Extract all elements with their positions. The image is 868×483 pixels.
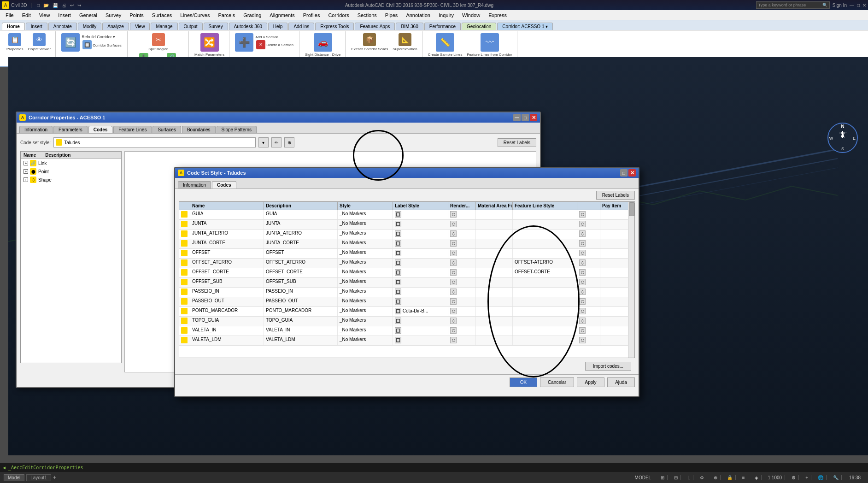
cancelar-btn[interactable]: Cancelar	[540, 377, 574, 387]
table-row[interactable]: PONTO_MARCADOR PONTO_MARCADOR _No Marker…	[179, 307, 634, 317]
status-grid[interactable]: ⊞	[658, 475, 668, 480]
scroll-thumb-top[interactable]	[629, 202, 634, 216]
ajuda-btn[interactable]: Ajuda	[607, 377, 635, 387]
row-fl-btn[interactable]: ⬡	[577, 210, 600, 219]
code-set-close-btn[interactable]: ✕	[628, 169, 636, 177]
corridor-dialog-close[interactable]: ✕	[530, 114, 537, 121]
menu-alignments[interactable]: Alignments	[266, 12, 298, 19]
create-sample-lines-btn[interactable]: 📏 Create Sample Lines	[426, 32, 464, 58]
status-lock[interactable]: 🔒	[724, 475, 736, 480]
corridor-surfaces-btn[interactable]: 🔲 Corridor Surfaces	[82, 39, 123, 51]
tab-modify[interactable]: Modify	[78, 23, 101, 30]
code-set-tab-information[interactable]: Information	[178, 181, 211, 188]
style-dropdown-btn[interactable]: ▾	[258, 137, 269, 147]
sight-distance-btn[interactable]: 🚗 Sight Distance - Drive	[303, 32, 342, 58]
tree-item-link[interactable]: + 🔗 Link	[21, 159, 121, 167]
tab-help[interactable]: Help	[268, 23, 288, 30]
close-btn[interactable]: ✕	[862, 3, 866, 8]
tab-view[interactable]: View	[130, 23, 150, 30]
menu-edit[interactable]: Edit	[18, 12, 35, 19]
status-scale[interactable]: 1:1000	[765, 475, 786, 480]
menu-corridors[interactable]: Corridors	[324, 12, 352, 19]
row-fl-btn[interactable]: ⬡	[577, 239, 600, 248]
style-pick-btn[interactable]: ⊕	[284, 137, 294, 147]
code-set-dialog-controls[interactable]: □ ✕	[620, 169, 636, 177]
maximize-btn[interactable]: □	[857, 3, 860, 8]
save-btn[interactable]: 💾	[51, 3, 59, 8]
corridor-dialog-maximize[interactable]: □	[522, 114, 529, 121]
menu-general[interactable]: General	[76, 12, 101, 19]
delete-section-btn[interactable]: ✕ Delete a Section	[255, 39, 294, 51]
menu-surfaces[interactable]: Surfaces	[148, 12, 176, 19]
table-row[interactable]: JUNTA JUNTA _No Markers 🔲 ⬡ ⬡ 🔲	[179, 220, 634, 230]
menu-window[interactable]: Window	[458, 12, 484, 19]
properties-btn[interactable]: 📋 Properties	[5, 32, 25, 52]
menu-view[interactable]: View	[35, 12, 54, 19]
tab-geolocation[interactable]: Geolocation	[462, 23, 496, 30]
menu-sections[interactable]: Sections	[354, 12, 381, 19]
tab-survey[interactable]: Survey	[204, 23, 228, 30]
code-set-reset-labels-btn[interactable]: Reset Labels	[596, 191, 635, 200]
status-plus[interactable]: +	[803, 475, 811, 480]
model-tab[interactable]: Model	[4, 474, 24, 481]
menu-grading[interactable]: Grading	[240, 12, 265, 19]
status-globe[interactable]: 🌐	[815, 475, 827, 480]
tab-output[interactable]: Output	[179, 23, 203, 30]
row-fl-btn[interactable]: ⬡	[577, 220, 600, 229]
table-row[interactable]: OFFSET OFFSET _No Markers 🔲 ⬡ ⬡ 🔲	[179, 249, 634, 259]
layout1-tab[interactable]: Layout1	[26, 474, 51, 481]
tab-autodesk360[interactable]: Autodesk 360	[229, 23, 267, 30]
menu-pipes[interactable]: Pipes	[381, 12, 402, 19]
ok-btn[interactable]: OK	[510, 377, 537, 387]
menu-parcels[interactable]: Parcels	[214, 12, 239, 19]
row-fl-btn[interactable]: ⬡	[577, 336, 600, 345]
tab-surfaces[interactable]: Surfaces	[152, 126, 181, 133]
code-set-style-input[interactable]: Taludes	[53, 137, 256, 147]
row-fl-btn[interactable]: ⬡	[577, 259, 600, 268]
row-fl-btn[interactable]: ⬡	[577, 268, 600, 277]
add-section-btn[interactable]: ➕ Add a Section ✕ Delete a Section	[233, 32, 296, 53]
new-btn[interactable]: □	[35, 3, 41, 8]
add-layout-btn[interactable]: +	[53, 474, 56, 481]
tree-expand-shape[interactable]: +	[23, 177, 28, 182]
tab-boundaries[interactable]: Boundaries	[182, 126, 216, 133]
tree-item-point[interactable]: + ⬤ Point	[21, 167, 121, 176]
code-set-tab-codes[interactable]: Codes	[212, 181, 236, 188]
status-settings[interactable]: ⚙	[789, 475, 799, 480]
table-row[interactable]: JUNTA_ATERRO JUNTA_ATERRO _No Markers 🔲 …	[179, 230, 634, 239]
corridor-dialog-minimize[interactable]: —	[513, 114, 521, 121]
table-scrollbar[interactable]	[628, 202, 634, 358]
table-row[interactable]: PASSEIO_OUT PASSEIO_OUT _No Markers 🔲 ⬡ …	[179, 297, 634, 307]
tab-featured-apps[interactable]: Featured Apps	[355, 23, 395, 30]
tab-information[interactable]: Information	[19, 126, 53, 133]
tab-slope-patterns[interactable]: Slope Patterns	[217, 126, 257, 133]
table-row[interactable]: VALETA_IN VALETA_IN _No Markers 🔲 ⬡ ⬡ 🔲	[179, 326, 634, 336]
corridor-dialog-controls[interactable]: — □ ✕	[513, 114, 537, 121]
table-row[interactable]: PASSEIO_IN PASSEIO_IN _No Markers 🔲 ⬡ ⬡ …	[179, 288, 634, 297]
menu-survey[interactable]: Survey	[102, 12, 125, 19]
menu-express[interactable]: Express	[485, 12, 510, 19]
tab-express-tools[interactable]: Express Tools	[315, 23, 354, 30]
status-transparency[interactable]: ◈	[752, 475, 762, 480]
minimize-btn[interactable]: —	[850, 3, 854, 8]
status-customize[interactable]: 🔧	[830, 475, 842, 480]
menu-points[interactable]: Points	[126, 12, 147, 19]
reset-labels-btn[interactable]: Reset Labels	[498, 138, 536, 147]
redo-btn[interactable]: ↪	[76, 3, 82, 8]
open-btn[interactable]: 📂	[42, 3, 50, 8]
table-row[interactable]: OFFSET_CORTE OFFSET_CORTE _No Markers 🔲 …	[179, 268, 634, 278]
tab-analyze[interactable]: Analyze	[102, 23, 129, 30]
split-region-btn[interactable]: ✂ Split Region	[147, 32, 170, 52]
table-row[interactable]: OFFSET_SUB OFFSET_SUB _No Markers 🔲 ⬡ ⬡ …	[179, 278, 634, 288]
match-params-btn[interactable]: 🔀 Match Parameters	[193, 32, 226, 58]
print-btn[interactable]: 🖨	[60, 3, 68, 8]
table-row[interactable]: VALETA_LDM VALETA_LDM _No Markers 🔲 ⬡ ⬡ …	[179, 336, 634, 346]
tab-manage[interactable]: Manage	[151, 23, 177, 30]
titlebar-controls[interactable]: □ 📂 💾 🖨 ↩ ↪	[35, 3, 82, 8]
menu-profiles[interactable]: Profiles	[299, 12, 324, 19]
menu-inquiry[interactable]: Inquiry	[435, 12, 457, 19]
tab-performance[interactable]: Performance	[424, 23, 461, 30]
table-row[interactable]: JUNTA_CORTE JUNTA_CORTE _No Markers 🔲 ⬡ …	[179, 239, 634, 249]
superelevation-btn[interactable]: 📐 Superelevation	[391, 32, 419, 52]
row-fl-btn[interactable]: ⬡	[577, 326, 600, 336]
